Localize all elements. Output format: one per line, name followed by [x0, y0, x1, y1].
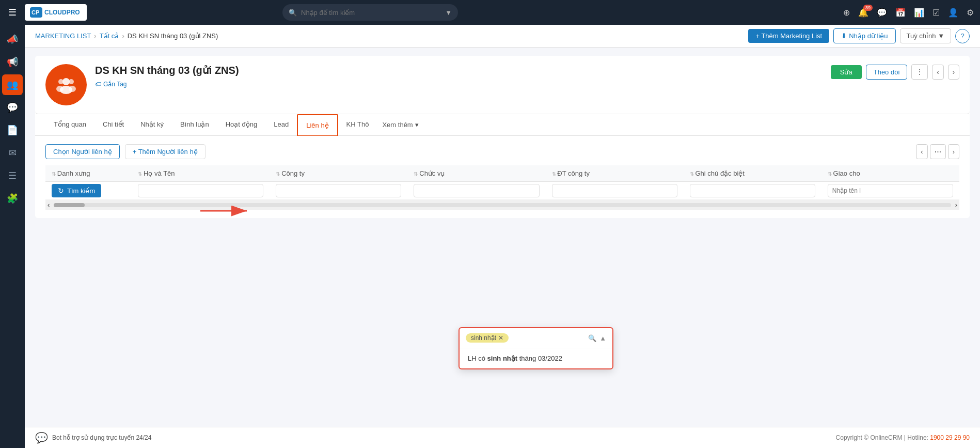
- filter-result-item[interactable]: LH có sinh nhật tháng 03/2022: [460, 348, 612, 368]
- search-notes-input[interactable]: [690, 184, 815, 197]
- table-next-button[interactable]: ›: [948, 144, 959, 159]
- customize-button[interactable]: Tuỳ chỉnh ▼: [900, 28, 952, 43]
- tab-tong-quan[interactable]: Tổng quan: [45, 114, 94, 135]
- svg-point-8: [69, 86, 76, 92]
- breadcrumb-sep-1: ›: [94, 32, 96, 40]
- top-navbar: ☰ CP CLOUDPRO 🔍 ▼ ⊕ 🔔 39 💬 📅 📊 ☑ 👤 ⚙: [0, 0, 980, 25]
- svg-point-7: [56, 86, 64, 92]
- filter-dropdown-header: sinh nhật ✕ 🔍 ▲: [460, 328, 612, 348]
- table-search-row: ↻ Tìm kiếm: [45, 182, 959, 200]
- hotline-number[interactable]: 1900 29 29 90: [930, 434, 970, 441]
- logo-image: CP CLOUDPRO: [25, 4, 87, 21]
- add-marketing-list-button[interactable]: + Thêm Marketing List: [748, 29, 829, 43]
- col-dt-cong-ty[interactable]: ⇅ ĐT công ty: [546, 165, 684, 182]
- tab-chi-tiet[interactable]: Chi tiết: [94, 114, 132, 135]
- col-cong-ty[interactable]: ⇅ Công ty: [270, 165, 407, 182]
- search-phone-input[interactable]: [552, 184, 677, 197]
- sidebar-item-chat[interactable]: 💬: [2, 97, 23, 118]
- user-icon[interactable]: 👤: [948, 8, 958, 18]
- tasks-icon[interactable]: ☑: [932, 8, 940, 18]
- sidebar-item-list[interactable]: ☰: [2, 165, 23, 186]
- search-company-input[interactable]: [276, 184, 401, 197]
- next-record-button[interactable]: ›: [948, 65, 959, 80]
- notification-icon[interactable]: 🔔 39: [858, 8, 868, 18]
- search-position-input[interactable]: [414, 184, 539, 197]
- record-info: DS KH SN tháng 03 (gửi ZNS) 🏷 Gắn Tag: [95, 64, 823, 88]
- search-bar[interactable]: 🔍 ▼: [282, 4, 458, 21]
- tab-nhat-ky[interactable]: Nhật ký: [132, 114, 172, 135]
- sort-icon: ⇅: [276, 171, 281, 177]
- tag-close-icon[interactable]: ✕: [498, 334, 503, 342]
- col-giao-cho[interactable]: ⇅ Giao cho: [821, 165, 959, 182]
- sidebar-item-megaphone[interactable]: 📣: [2, 29, 23, 50]
- record-avatar: [45, 64, 87, 105]
- filter-dropdown: sinh nhật ✕ 🔍 ▲ LH có sinh nhật tháng 03…: [459, 327, 613, 369]
- breadcrumb-bar: MARKETING LIST › Tất cả › DS KH SN tháng…: [25, 25, 980, 48]
- horizontal-scrollbar[interactable]: ‹ ›: [45, 200, 959, 210]
- add-contact-button[interactable]: + Thêm Người liên hệ: [125, 144, 206, 159]
- filter-collapse-icon[interactable]: ▲: [599, 334, 606, 342]
- tab-binh-luan[interactable]: Bình luận: [172, 114, 217, 135]
- filter-search-box: sinh nhật ✕: [466, 333, 588, 343]
- filter-search-icon[interactable]: 🔍: [588, 334, 596, 342]
- filter-tag[interactable]: sinh nhật ✕: [466, 333, 509, 343]
- search-cell-0: ↻ Tìm kiếm: [45, 182, 132, 200]
- filter-keyword: sinh nhật: [487, 354, 518, 362]
- tag-icon: 🏷: [95, 81, 101, 88]
- search-cell-5: [684, 182, 821, 200]
- sidebar-item-document[interactable]: 📄: [2, 120, 23, 141]
- chat-text: Bot hỗ trợ sử dụng trực tuyến 24/24: [52, 434, 151, 441]
- sort-icon: ⇅: [690, 171, 696, 177]
- table-more-button[interactable]: ⋯: [930, 144, 946, 159]
- calendar-icon[interactable]: 📅: [895, 8, 906, 18]
- scroll-right-icon[interactable]: ›: [953, 201, 959, 209]
- search-input[interactable]: [301, 9, 441, 17]
- col-chuc-vu[interactable]: ⇅ Chức vụ: [407, 165, 545, 182]
- copyright-section: Copyright © OnlineCRM | Hotline: 1900 29…: [836, 434, 970, 441]
- breadcrumb-all[interactable]: Tất cả: [100, 32, 119, 40]
- sort-icon: ⇅: [414, 171, 419, 177]
- import-data-button[interactable]: ⬇ Nhập dữ liệu: [833, 28, 895, 43]
- settings-icon[interactable]: ⚙: [967, 8, 974, 18]
- chat-icon[interactable]: 💬: [877, 8, 887, 18]
- chevron-down-icon: ▾: [415, 121, 419, 129]
- col-ho-va-ten[interactable]: ⇅ Họ và Tên: [132, 165, 270, 182]
- prev-record-button[interactable]: ‹: [932, 65, 943, 80]
- table-prev-button[interactable]: ‹: [916, 144, 927, 159]
- messenger-icon[interactable]: 💬: [35, 431, 48, 444]
- select-contact-button[interactable]: Chọn Người liên hệ: [45, 144, 120, 159]
- tabs-bar: Tổng quan Chi tiết Nhật ký Bình luận Hoạ…: [35, 114, 970, 136]
- svg-point-5: [69, 79, 74, 84]
- help-button[interactable]: ?: [955, 29, 970, 43]
- theo-doi-button[interactable]: Theo dõi: [866, 65, 908, 80]
- tab-xem-them[interactable]: Xem thêm ▾: [377, 115, 423, 135]
- breadcrumb-marketing-list[interactable]: MARKETING LIST: [35, 32, 91, 40]
- tab-kh-tho[interactable]: KH Thô: [338, 114, 377, 135]
- svg-point-4: [58, 79, 64, 84]
- sidebar-item-email[interactable]: ✉: [2, 143, 23, 163]
- sidebar-item-puzzle[interactable]: 🧩: [2, 188, 23, 209]
- sidebar-item-contacts[interactable]: 👥: [2, 74, 23, 95]
- hamburger-menu[interactable]: ☰: [6, 5, 19, 20]
- contacts-table: ⇅ Danh xưng ⇅ Họ và Tên ⇅: [45, 165, 959, 200]
- breadcrumb-sep-2: ›: [122, 32, 124, 40]
- add-icon[interactable]: ⊕: [843, 8, 850, 18]
- search-button[interactable]: ↻ Tìm kiếm: [52, 184, 101, 197]
- tab-lead[interactable]: Lead: [265, 114, 297, 135]
- chart-icon[interactable]: 📊: [914, 8, 924, 18]
- tab-lien-he[interactable]: Liên hệ: [297, 114, 338, 136]
- scroll-thumb: [54, 203, 85, 207]
- breadcrumb-current: DS KH SN tháng 03 (gửi ZNS): [128, 32, 218, 40]
- col-ghi-chu[interactable]: ⇅ Ghi chú đặc biệt: [684, 165, 821, 182]
- lien-he-tab-content: Chọn Người liên hệ + Thêm Người liên hệ …: [35, 136, 970, 218]
- sidebar-item-speaker[interactable]: 📢: [2, 52, 23, 72]
- edit-button[interactable]: Sửa: [831, 65, 862, 79]
- tab-hoat-dong[interactable]: Hoạt động: [217, 114, 266, 135]
- search-name-input[interactable]: [138, 184, 263, 197]
- tag-label[interactable]: 🏷 Gắn Tag: [95, 81, 823, 88]
- bottom-bar: 💬 Bot hỗ trợ sử dụng trực tuyến 24/24 Co…: [25, 427, 980, 448]
- more-options-button[interactable]: ⋮: [911, 64, 928, 80]
- scroll-left-icon[interactable]: ‹: [45, 201, 52, 209]
- col-danh-xung[interactable]: ⇅ Danh xưng: [45, 165, 132, 182]
- search-assignee-input[interactable]: [828, 184, 953, 197]
